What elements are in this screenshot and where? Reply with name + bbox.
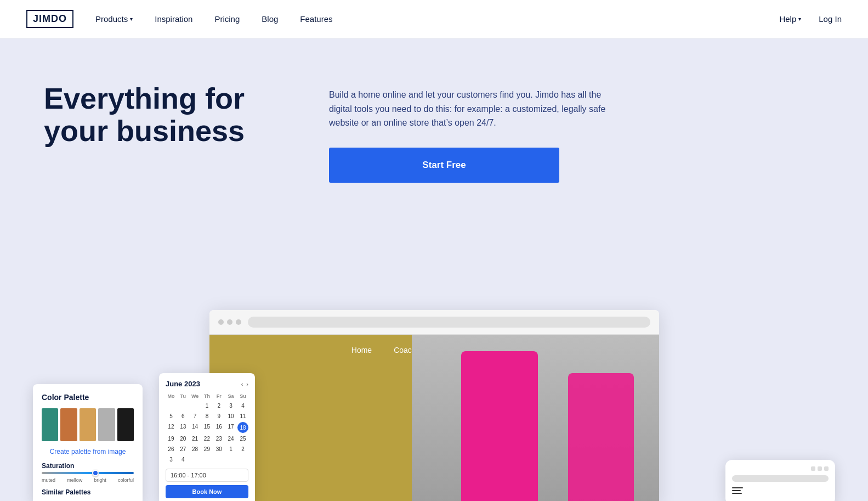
book-now-button[interactable]: Book Now — [166, 485, 248, 498]
saturation-label: Saturation — [42, 462, 134, 470]
calendar-header: June 2023 ‹ › — [166, 380, 248, 388]
chevron-down-icon: ▾ — [798, 16, 801, 22]
mobile-dot-2 — [818, 466, 822, 471]
swatch-1 — [42, 408, 58, 441]
mobile-top-bar — [732, 466, 829, 471]
calendar-today[interactable]: 18 — [237, 422, 248, 433]
menu-line-2 — [732, 490, 741, 491]
calendar-navigation: ‹ › — [241, 381, 248, 387]
calendar-grid: Mo Tu We Th Fr Sa Su 1 2 3 4 5 6 7 8 9 1… — [166, 392, 248, 464]
hero-title: Everything for your business — [44, 82, 307, 148]
logo[interactable]: JIMDO — [26, 10, 73, 28]
person-2 — [568, 373, 634, 501]
navbar: JIMDO Products ▾ Inspiration Pricing Blo… — [0, 0, 868, 38]
hero-section: Everything for your business Build a hom… — [0, 38, 868, 274]
create-palette-link[interactable]: Create palette from image — [42, 448, 134, 455]
saturation-thumb[interactable] — [92, 470, 99, 476]
mobile-preview-card — [725, 460, 835, 501]
calendar-card: June 2023 ‹ › Mo Tu We Th Fr Sa Su 1 2 3… — [159, 373, 255, 501]
nav-blog[interactable]: Blog — [262, 14, 278, 24]
browser-mockup: Home Coaching About Contact — [209, 310, 659, 501]
browser-dot-2 — [227, 319, 232, 325]
navbar-right: Help ▾ Log In — [779, 14, 842, 24]
saturation-ticks: muted mellow bright colorful — [42, 477, 134, 483]
nav-inspiration[interactable]: Inspiration — [155, 14, 192, 24]
calendar-month: June 2023 — [166, 380, 200, 388]
similar-palettes-label: Similar Palettes — [42, 488, 134, 496]
site-nav-home: Home — [351, 346, 372, 354]
nav-features[interactable]: Features — [300, 14, 332, 24]
nav-pricing[interactable]: Pricing — [214, 14, 240, 24]
calendar-prev-icon[interactable]: ‹ — [241, 381, 243, 387]
person-1 — [461, 351, 538, 501]
browser-address-bar — [248, 317, 650, 328]
swatch-4 — [98, 408, 115, 441]
browser-dot-3 — [236, 319, 241, 325]
people-background — [412, 335, 659, 501]
hero-description: Build a home online and let your custome… — [329, 88, 614, 130]
site-hero-image — [412, 335, 659, 501]
browser-content: Home Coaching About Contact — [209, 335, 659, 501]
palette-title: Color Palette — [42, 393, 134, 402]
preview-area: Color Palette Create palette from image … — [0, 274, 868, 501]
hero-left: Everything for your business — [44, 82, 329, 148]
menu-line-1 — [732, 487, 743, 488]
hero-right: Build a home online and let your custome… — [329, 82, 824, 183]
swatch-5 — [117, 408, 134, 441]
nav-products[interactable]: Products ▾ — [95, 14, 133, 24]
start-free-button[interactable]: Start Free — [329, 148, 559, 183]
chevron-down-icon: ▾ — [130, 16, 133, 22]
saturation-bar — [42, 472, 134, 474]
browser-dots — [218, 319, 241, 325]
login-button[interactable]: Log In — [819, 14, 842, 24]
mobile-search-bar — [732, 475, 829, 482]
nav-help[interactable]: Help ▾ — [779, 14, 801, 24]
color-palette-card: Color Palette Create palette from image … — [33, 384, 143, 501]
navbar-left: JIMDO Products ▾ Inspiration Pricing Blo… — [26, 10, 333, 28]
browser-chrome — [209, 310, 659, 335]
palette-swatches — [42, 408, 134, 441]
browser-dot-1 — [218, 319, 224, 325]
swatch-2 — [60, 408, 77, 441]
mobile-dot-3 — [824, 466, 829, 471]
time-input[interactable] — [166, 469, 248, 482]
mobile-menu-icon — [732, 487, 829, 494]
menu-line-3 — [732, 493, 742, 494]
mobile-dot-1 — [811, 466, 815, 471]
calendar-next-icon[interactable]: › — [246, 381, 248, 387]
swatch-3 — [80, 408, 96, 441]
